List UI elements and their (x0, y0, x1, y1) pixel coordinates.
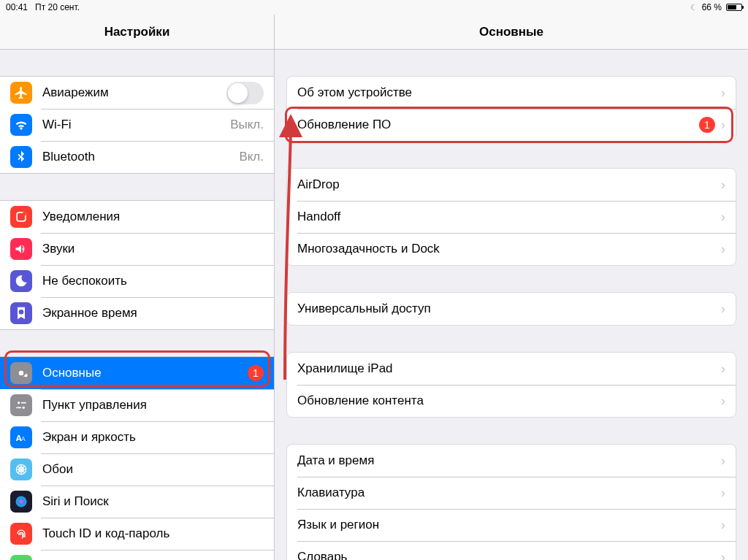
detail-item-datetime[interactable]: Дата и время› (287, 445, 736, 477)
sounds-icon (10, 238, 32, 260)
svg-point-2 (18, 402, 20, 404)
sidebar-item-notifications[interactable]: Уведомления (0, 201, 274, 233)
wallpaper-icon (10, 459, 32, 480)
detail-item-multitask[interactable]: Многозадачность и Dock› (287, 233, 736, 265)
sidebar-item-wallpaper[interactable]: Обои (0, 453, 274, 486)
siri-icon (10, 491, 32, 513)
dnd-icon (10, 270, 32, 292)
detail-item-update[interactable]: Обновление ПО1› (287, 109, 736, 141)
sidebar-item-label: Wi-Fi (42, 118, 230, 132)
detail-item-label: Хранилище iPad (297, 361, 721, 376)
svg-point-10 (16, 496, 27, 507)
wifi-icon (10, 114, 32, 136)
svg-text:A: A (21, 435, 26, 442)
dnd-moon-icon: ☾ (690, 3, 698, 12)
sidebar-item-screentime[interactable]: Экранное время (0, 297, 274, 329)
badge: 1 (248, 365, 264, 381)
screentime-icon (10, 302, 32, 324)
airplane-icon (10, 82, 32, 104)
sidebar-item-general[interactable]: Основные1 (0, 357, 274, 389)
chevron-right-icon: › (721, 453, 725, 469)
sidebar-item-value: Выкл. (230, 118, 264, 132)
detail-item-storage[interactable]: Хранилище iPad› (287, 353, 736, 385)
detail-item-label: Многозадачность и Dock (297, 242, 721, 256)
detail-item-about[interactable]: Об этом устройстве› (287, 77, 736, 109)
chevron-right-icon: › (721, 486, 725, 501)
battery-percent: 66 % (702, 2, 722, 12)
sidebar-item-siri[interactable]: Siri и Поиск (0, 486, 274, 518)
chevron-right-icon: › (721, 85, 725, 101)
badge: 1 (699, 117, 715, 133)
chevron-right-icon: › (721, 394, 725, 409)
airplane-toggle[interactable] (226, 82, 264, 104)
chevron-right-icon: › (721, 302, 725, 317)
svg-point-1 (23, 212, 26, 215)
chevron-right-icon: › (721, 550, 725, 561)
sidebar-item-label: Авиарежим (42, 85, 226, 100)
detail-item-lang[interactable]: Язык и регион› (287, 509, 736, 541)
sidebar-item-label: Основные (42, 366, 248, 380)
battery-icon (726, 4, 742, 11)
sidebar-item-label: Пункт управления (42, 398, 274, 413)
detail-item-label: Дата и время (297, 453, 721, 468)
sidebar[interactable]: АвиарежимWi-FiВыкл.BluetoothВкл.Уведомле… (0, 50, 275, 560)
detail-item-handoff[interactable]: Handoff› (287, 201, 736, 233)
status-bar: 00:41 Пт 20 сент. ☾ 66 % (0, 0, 748, 15)
battery-icon (10, 555, 32, 560)
sidebar-item-label: Touch ID и код-пароль (42, 526, 274, 541)
sidebar-item-touchid[interactable]: Touch ID и код-пароль (0, 518, 274, 550)
svg-rect-3 (21, 402, 26, 404)
detail-item-label: Об этом устройстве (297, 85, 721, 100)
chevron-right-icon: › (721, 242, 725, 257)
detail-item-label: Язык и регион (297, 518, 721, 532)
chevron-right-icon: › (721, 177, 725, 193)
detail-item-label: Обновление ПО (297, 118, 699, 132)
chevron-right-icon: › (721, 118, 725, 133)
sidebar-item-display[interactable]: AAЭкран и яркость (0, 421, 274, 453)
sidebar-item-label: Экранное время (42, 306, 274, 321)
detail-item-label: Handoff (297, 210, 721, 224)
sidebar-item-label: Не беспокоить (42, 274, 274, 288)
general-icon (10, 362, 32, 384)
sidebar-item-airplane[interactable]: Авиарежим (0, 77, 274, 109)
sidebar-item-control[interactable]: Пункт управления (0, 389, 274, 421)
detail-item-refresh[interactable]: Обновление контента› (287, 385, 736, 417)
detail-item-label: Обновление контента (297, 394, 721, 408)
notifications-icon (10, 206, 32, 228)
detail-item-dict[interactable]: Словарь› (287, 541, 736, 560)
sidebar-item-label: Звуки (42, 242, 274, 256)
svg-rect-5 (16, 407, 21, 409)
detail-item-accessibility[interactable]: Универсальный доступ› (287, 293, 736, 325)
sidebar-item-label: Экран и яркость (42, 430, 274, 445)
sidebar-item-bluetooth[interactable]: BluetoothВкл. (0, 141, 274, 173)
bluetooth-icon (10, 146, 32, 168)
sidebar-item-label: Bluetooth (42, 150, 239, 164)
detail-item-keyboard[interactable]: Клавиатура› (287, 477, 736, 509)
sidebar-title: Настройки (0, 15, 275, 49)
sidebar-item-value: Вкл. (239, 150, 264, 164)
detail-item-label: Клавиатура (297, 486, 721, 500)
sidebar-item-battery[interactable]: Аккумулятор (0, 550, 274, 560)
sidebar-item-label: Уведомления (42, 210, 274, 224)
status-time: 00:41 (6, 2, 28, 12)
status-date: Пт 20 сент. (35, 2, 80, 12)
display-icon: AA (10, 426, 32, 448)
detail-item-airdrop[interactable]: AirDrop› (287, 169, 736, 201)
svg-point-4 (23, 407, 25, 409)
sidebar-item-label: Siri и Поиск (42, 494, 274, 509)
sidebar-item-wifi[interactable]: Wi-FiВыкл. (0, 109, 274, 141)
detail-pane[interactable]: Об этом устройстве›Обновление ПО1›AirDro… (275, 50, 748, 560)
sidebar-item-dnd[interactable]: Не беспокоить (0, 265, 274, 297)
chevron-right-icon: › (721, 361, 725, 377)
detail-item-label: Универсальный доступ (297, 302, 721, 316)
sidebar-item-label: Обои (42, 462, 274, 477)
chevron-right-icon: › (721, 210, 725, 225)
detail-title: Основные (275, 15, 748, 49)
sidebar-item-sounds[interactable]: Звуки (0, 233, 274, 265)
chevron-right-icon: › (721, 518, 725, 533)
touchid-icon (10, 523, 32, 545)
control-icon (10, 394, 32, 416)
detail-item-label: AirDrop (297, 177, 721, 192)
detail-item-label: Словарь (297, 550, 721, 560)
